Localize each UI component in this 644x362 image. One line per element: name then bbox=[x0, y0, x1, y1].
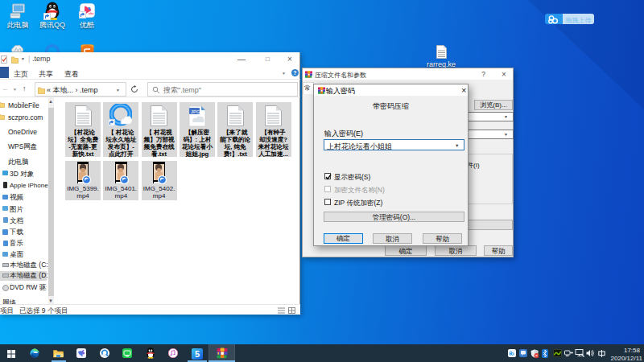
svg-text:uku: uku bbox=[89, 12, 93, 15]
svg-text:JPG: JPG bbox=[191, 109, 200, 113]
